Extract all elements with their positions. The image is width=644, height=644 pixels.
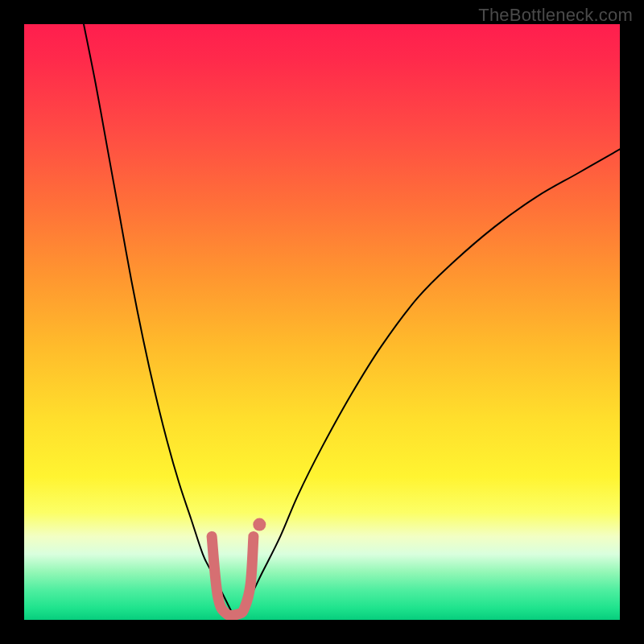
right-curve xyxy=(238,149,620,613)
marker-dot xyxy=(253,518,266,531)
curve-layer xyxy=(24,24,620,620)
plot-inner xyxy=(24,24,620,620)
watermark-text: TheBottleneck.com xyxy=(478,5,633,26)
plot-area xyxy=(24,24,620,620)
optimal-marker xyxy=(212,536,254,615)
chart-frame: TheBottleneck.com xyxy=(0,0,644,644)
left-curve xyxy=(84,24,233,614)
